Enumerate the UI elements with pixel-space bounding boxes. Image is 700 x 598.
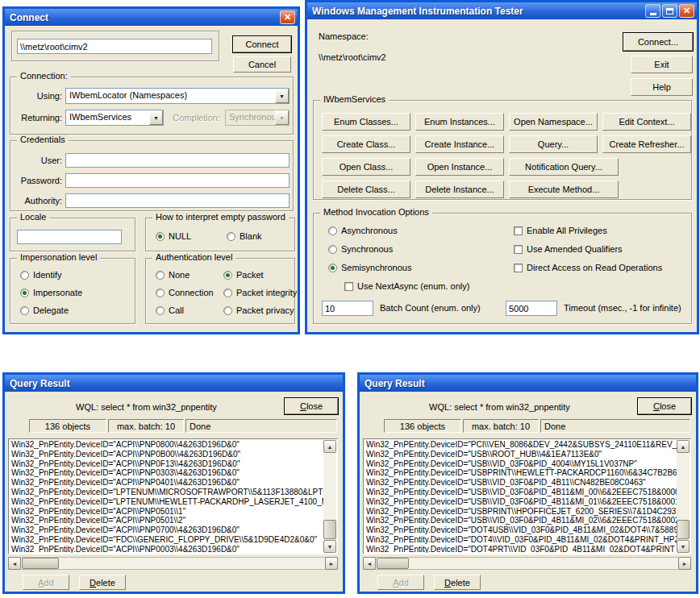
query-result-titlebar[interactable]: Query Result <box>360 375 696 392</box>
scroll-thumb[interactable] <box>677 520 690 539</box>
open-namespace-button[interactable]: Open Namespace... <box>509 113 598 131</box>
list-item[interactable]: Win32_PnPEntity.DeviceID="USBPRINT\\HEWL… <box>365 468 677 478</box>
radio-call[interactable]: Call <box>156 305 184 315</box>
list-item[interactable]: Win32_PnPEntity.DeviceID="ACPI\\PNP0B00\… <box>10 450 323 459</box>
help-button[interactable]: Help <box>631 78 693 96</box>
timeout-input[interactable] <box>506 301 557 316</box>
list-item[interactable]: Win32_PnPEntity.DeviceID="USB\\VID_03F0&… <box>365 497 677 507</box>
open-class-button[interactable]: Open Class... <box>322 158 410 176</box>
exit-button[interactable]: Exit <box>631 56 693 73</box>
radio-semisynchronous[interactable]: Semisynchronous <box>328 263 411 272</box>
list-item[interactable]: Win32_PnPEntity.DeviceID="USB\\ROOT_HUB\… <box>365 450 677 459</box>
list-item[interactable]: Win32_PnPEntity.DeviceID="LPTENUM\\HEWLE… <box>10 497 323 507</box>
list-item[interactable]: Win32_PnPEntity.DeviceID="ACPI\\PNP0501\… <box>10 516 323 525</box>
radio-blank[interactable]: Blank <box>227 231 262 241</box>
checkbox-use-amended-qualifiers[interactable]: Use Amended Qualifiers <box>514 244 623 254</box>
scroll-thumb[interactable] <box>377 558 409 569</box>
radio-synchronous[interactable]: Synchronous <box>328 244 393 254</box>
scroll-right-button[interactable]: ► <box>678 557 691 570</box>
result-list[interactable]: Win32_PnPEntity.DeviceID="ACPI\\PNP0800\… <box>8 438 338 554</box>
radio-identify[interactable]: Identify <box>20 270 61 280</box>
create-refresher-button[interactable]: Create Refresher... <box>602 135 691 153</box>
enum-classes-button[interactable]: Enum Classes... <box>322 113 410 131</box>
vertical-scrollbar[interactable]: ▲ ▼ <box>677 440 690 553</box>
radio-packet-privacy[interactable]: Packet privacy <box>223 305 294 315</box>
minimize-button[interactable] <box>645 4 660 18</box>
list-item[interactable]: Win32_PnPEntity.DeviceID="PCI\\VEN_8086&… <box>365 440 677 450</box>
checkbox-use-nextasync[interactable]: Use NextAsync (enum. only) <box>344 281 469 291</box>
chevron-down-icon[interactable]: ▼ <box>275 89 289 103</box>
list-item[interactable]: Win32_PnPEntity.DeviceID="USB\\VID_03F0&… <box>365 459 677 469</box>
using-combobox[interactable]: IWbemLocator (Namespaces) ▼ <box>65 88 290 104</box>
scroll-down-button[interactable]: ▼ <box>677 540 690 553</box>
password-input[interactable] <box>65 173 290 188</box>
connect-button[interactable]: Connect... <box>623 33 693 51</box>
radio-asynchronous[interactable]: Asynchronous <box>328 226 398 235</box>
query-button[interactable]: Query... <box>509 135 598 153</box>
checkbox-enable-all-privileges[interactable]: Enable All Privileges <box>514 226 607 235</box>
authority-input[interactable] <box>65 193 290 208</box>
list-item[interactable]: Win32_PnPEntity.DeviceID="DOT4\\VID_03F0… <box>365 535 677 545</box>
list-item[interactable]: Win32_PnPEntity.DeviceID="ACPI\\PNP0501\… <box>10 507 323 517</box>
radio-packet[interactable]: Packet <box>223 270 264 280</box>
horizontal-scrollbar[interactable]: ◄ ► <box>363 557 691 570</box>
close-button[interactable]: Close <box>638 398 691 414</box>
list-item[interactable]: Win32_PnPEntity.DeviceID="ACPI\\PNP0800\… <box>10 440 323 450</box>
list-item[interactable]: Win32_PnPEntity.DeviceID="ACPI\\PNP0700\… <box>10 525 323 535</box>
scroll-up-button[interactable]: ▲ <box>323 440 336 453</box>
open-instance-button[interactable]: Open Instance... <box>415 158 504 176</box>
close-button[interactable]: ✕ <box>280 10 295 24</box>
query-result-titlebar[interactable]: Query Result <box>5 375 343 392</box>
close-button[interactable]: Close <box>285 398 338 414</box>
user-input[interactable] <box>65 153 290 168</box>
cancel-button[interactable]: Cancel <box>233 56 291 73</box>
scroll-left-button[interactable]: ◄ <box>363 557 376 570</box>
scroll-thumb[interactable] <box>323 520 336 539</box>
list-item[interactable]: Win32_PnPEntity.DeviceID="DOT4USB\\VID_0… <box>365 525 677 535</box>
list-item[interactable]: Win32_PnPEntity.DeviceID="USB\\VID_03F0&… <box>365 516 677 525</box>
list-item[interactable]: Win32_PnPEntity.DeviceID="ACPI\\PNP0003\… <box>10 545 323 553</box>
delete-instance-button[interactable]: Delete Instance... <box>415 181 504 198</box>
result-list[interactable]: Win32_PnPEntity.DeviceID="PCI\\VEN_8086&… <box>363 438 691 554</box>
radio-delegate[interactable]: Delegate <box>20 305 69 315</box>
enum-instances-button[interactable]: Enum Instances... <box>415 113 504 131</box>
delete-class-button[interactable]: Delete Class... <box>322 181 410 198</box>
scroll-thumb[interactable] <box>22 558 59 569</box>
list-item[interactable]: Win32_PnPEntity.DeviceID="LPTENUM\\MICRO… <box>10 488 323 497</box>
radio-impersonate[interactable]: Impersonate <box>20 288 82 297</box>
notification-query-button[interactable]: Notification Query... <box>509 158 619 176</box>
list-item[interactable]: Win32_PnPEntity.DeviceID="USB\\VID_03F0&… <box>365 478 677 488</box>
close-button[interactable]: ✕ <box>679 4 694 18</box>
list-item[interactable]: Win32_PnPEntity.DeviceID="USBPRINT\\HPOF… <box>365 507 677 517</box>
scroll-left-button[interactable]: ◄ <box>8 557 21 570</box>
list-item[interactable]: Win32_PnPEntity.DeviceID="ACPI\\PNP0F13\… <box>10 459 323 469</box>
radio-none[interactable]: None <box>156 270 190 280</box>
radio-null[interactable]: NULL <box>156 231 191 241</box>
add-button[interactable]: Add <box>23 575 69 590</box>
checkbox-direct-access[interactable]: Direct Access on Read Operations <box>514 263 662 272</box>
delete-button[interactable]: Delete <box>434 575 481 590</box>
vertical-scrollbar[interactable]: ▲ ▼ <box>323 440 336 553</box>
scroll-right-button[interactable]: ► <box>325 557 338 570</box>
scroll-down-button[interactable]: ▼ <box>323 540 336 553</box>
maximize-button[interactable] <box>662 4 677 18</box>
batch-count-input[interactable] <box>322 301 373 316</box>
list-item[interactable]: Win32_PnPEntity.DeviceID="FDC\\GENERIC_F… <box>10 535 323 545</box>
list-item[interactable]: Win32_PnPEntity.DeviceID="DOT4PRT\\VID_0… <box>365 545 677 553</box>
radio-connection[interactable]: Connection <box>156 288 214 297</box>
connect-dialog-titlebar[interactable]: Connect ✕ <box>5 9 298 26</box>
connect-button[interactable]: Connect <box>233 36 291 52</box>
create-instance-button[interactable]: Create Instance... <box>415 135 504 153</box>
locale-input[interactable] <box>17 230 122 244</box>
returning-combobox[interactable]: IWbemServices ▼ <box>65 110 164 126</box>
horizontal-scrollbar[interactable]: ◄ ► <box>8 557 338 570</box>
edit-context-button[interactable]: Edit Context... <box>602 113 691 131</box>
add-button[interactable]: Add <box>377 575 424 590</box>
list-item[interactable]: Win32_PnPEntity.DeviceID="USB\\VID_03F0&… <box>365 488 677 497</box>
wmi-tester-titlebar[interactable]: Windows Management Instrumentation Teste… <box>307 2 697 19</box>
radio-packet-integrity[interactable]: Packet integrity <box>223 288 297 297</box>
chevron-down-icon[interactable]: ▼ <box>149 110 163 125</box>
delete-button[interactable]: Delete <box>79 575 126 590</box>
create-class-button[interactable]: Create Class... <box>322 135 410 153</box>
scroll-up-button[interactable]: ▲ <box>677 440 690 453</box>
